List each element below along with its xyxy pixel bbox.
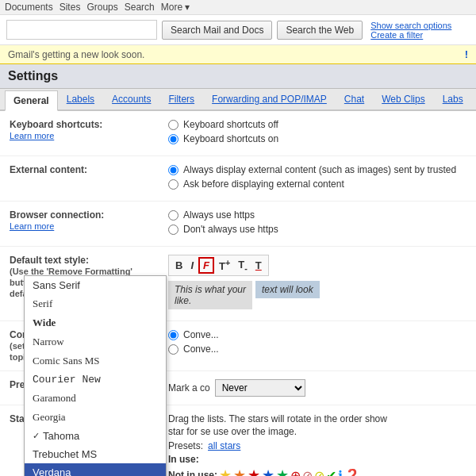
- font-item-serif[interactable]: Serif: [25, 294, 166, 313]
- font-item-comic-sans-ms[interactable]: Comic Sans MS: [25, 351, 166, 370]
- star-orange-1[interactable]: ★: [233, 466, 246, 476]
- browser-connection-value: Always use https Don't always use https: [168, 209, 466, 238]
- nav-search[interactable]: Search: [125, 2, 155, 13]
- nav-documents[interactable]: Documents: [5, 2, 53, 13]
- hover-text: use over the image.: [213, 426, 297, 437]
- conversation-view-value: Conve... Conve...: [168, 329, 466, 358]
- default-text-style-row: Default text style: (Use the 'Remove For…: [0, 247, 476, 321]
- dont-always-https-radio[interactable]: [168, 225, 178, 235]
- font-item-garamond[interactable]: Garamond: [25, 389, 166, 408]
- tab-web-clips[interactable]: Web Clips: [373, 89, 433, 109]
- gmail-notice: Gmail's getting a new look soon. !: [0, 45, 476, 64]
- keyboard-shortcuts-value: Keyboard shortcuts off Keyboard shortcut…: [168, 119, 466, 148]
- font-item-wide[interactable]: Wide: [25, 313, 166, 332]
- mark-prefix: Mark a co: [168, 382, 210, 393]
- tab-labels[interactable]: Labels: [58, 89, 103, 109]
- font-size-up-button[interactable]: T+: [216, 257, 233, 273]
- keyboard-shortcuts-label: Keyboard shortcuts: Learn more: [10, 119, 168, 141]
- bold-button[interactable]: B: [172, 259, 186, 272]
- tab-forwarding-and-pop/imap[interactable]: Forwarding and POP/IMAP: [203, 89, 336, 109]
- browser-connection-learn-more[interactable]: Learn more: [10, 221, 54, 231]
- font-item-sans-serif[interactable]: Sans Serif: [25, 276, 166, 294]
- star-red-1[interactable]: ★: [248, 466, 260, 476]
- top-nav: Documents Sites Groups Search More ▾: [0, 0, 476, 15]
- drag-text: Drag the lists. The stars will rotate in…: [168, 413, 387, 424]
- settings-tabs: GeneralLabelsAccountsFiltersForwarding a…: [0, 89, 476, 111]
- question-red-1[interactable]: ❓: [344, 468, 360, 477]
- search-bar: Search Mail and Docs Search the Web Show…: [0, 15, 476, 45]
- tab-filters[interactable]: Filters: [159, 89, 203, 109]
- preview-pane-value: Mark a co Never After 1 second After 5 s…: [168, 379, 466, 397]
- external-content-row: External content: Always display externa…: [0, 156, 476, 202]
- tab-inb[interactable]: Inb: [472, 89, 476, 109]
- preview-pane-select[interactable]: Never After 1 second After 5 seconds: [215, 379, 305, 397]
- tab-accounts[interactable]: Accounts: [103, 89, 159, 109]
- exclaim-orange-1[interactable]: ⊘: [302, 468, 313, 477]
- gmail-notice-link[interactable]: !: [465, 48, 468, 60]
- info-blue-1[interactable]: ℹ: [338, 468, 343, 477]
- search-mail-button[interactable]: Search Mail and Docs: [162, 21, 272, 40]
- presets-label: Presets:: [168, 440, 203, 451]
- keyboard-on-radio[interactable]: [168, 134, 178, 144]
- italic-button[interactable]: I: [187, 259, 197, 272]
- exclaim-yellow-1[interactable]: ⊘: [314, 468, 324, 477]
- exclaim-red-1[interactable]: ⊕: [290, 468, 301, 477]
- check-green-1[interactable]: ✔: [326, 468, 336, 477]
- font-item-georgia[interactable]: Georgia: [25, 408, 166, 427]
- keyboard-shortcuts-row: Keyboard shortcuts: Learn more Keyboard …: [0, 111, 476, 156]
- star-yellow-1[interactable]: ★: [219, 466, 232, 476]
- text-preview-right: text will look: [255, 281, 320, 298]
- star-blue-1[interactable]: ★: [262, 466, 274, 476]
- font-item-verdana[interactable]: Verdana: [25, 463, 166, 476]
- gmail-notice-text: Gmail's getting a new look soon.: [8, 49, 465, 60]
- in-use-label: In use:: [168, 454, 199, 465]
- external-content-label: External content:: [10, 164, 168, 175]
- always-https-radio[interactable]: [168, 210, 178, 221]
- font-item-narrow[interactable]: Narrow: [25, 332, 166, 351]
- search-mail-input[interactable]: [6, 20, 157, 40]
- format-toolbar: B I F T+ T- T: [168, 255, 269, 276]
- font-item-trebuchet-ms[interactable]: Trebuchet MS: [25, 445, 166, 463]
- stars-value: Drag the lists. The stars will rotate in…: [168, 413, 466, 476]
- conversation-off-radio[interactable]: [168, 344, 178, 355]
- search-web-button[interactable]: Search the Web: [277, 21, 363, 40]
- text-preview-left: This is what your like.: [168, 281, 252, 309]
- nav-more[interactable]: More ▾: [161, 2, 190, 13]
- browser-connection-row: Browser connection: Learn more Always us…: [0, 202, 476, 247]
- tab-general[interactable]: General: [5, 90, 58, 111]
- ask-before-radio[interactable]: [168, 179, 178, 190]
- text-color-button[interactable]: T: [252, 259, 265, 272]
- external-content-value: Always display external content (such as…: [168, 164, 466, 193]
- font-item-courier-new[interactable]: Courier New: [25, 370, 166, 389]
- font-size-down-button[interactable]: T-: [235, 258, 251, 274]
- nav-groups[interactable]: Groups: [86, 2, 117, 13]
- default-text-style-value: B I F T+ T- T This is what your like. te…: [168, 255, 466, 313]
- font-dropdown-button[interactable]: F: [198, 257, 214, 274]
- create-filter-link[interactable]: Create a filter: [370, 30, 451, 40]
- keyboard-shortcuts-learn-more[interactable]: Learn more: [10, 131, 54, 140]
- browser-connection-label: Browser connection: Learn more: [10, 209, 168, 232]
- tab-chat[interactable]: Chat: [336, 89, 373, 109]
- all-stars-link[interactable]: all stars: [208, 440, 240, 451]
- always-display-radio[interactable]: [168, 165, 178, 175]
- conversation-on-radio[interactable]: [168, 330, 178, 340]
- star-green-1[interactable]: ★: [276, 466, 289, 476]
- show-search-options-link[interactable]: Show search options: [370, 21, 451, 30]
- font-item-tahoma[interactable]: ✓ Tahoma: [25, 427, 166, 445]
- star-for-text: star for se: [168, 426, 210, 437]
- presets-row: Presets: all stars: [168, 440, 466, 451]
- settings-header: Settings: [0, 64, 476, 89]
- nav-sites[interactable]: Sites: [60, 2, 81, 13]
- settings-content: Keyboard shortcuts: Learn more Keyboard …: [0, 111, 476, 476]
- not-in-use-label: Not in use:: [168, 470, 217, 476]
- font-dropdown-menu: Sans SerifSerifWideNarrowComic Sans MSCo…: [24, 275, 167, 476]
- tab-labs[interactable]: Labs: [434, 89, 472, 109]
- keyboard-off-radio[interactable]: [168, 120, 178, 130]
